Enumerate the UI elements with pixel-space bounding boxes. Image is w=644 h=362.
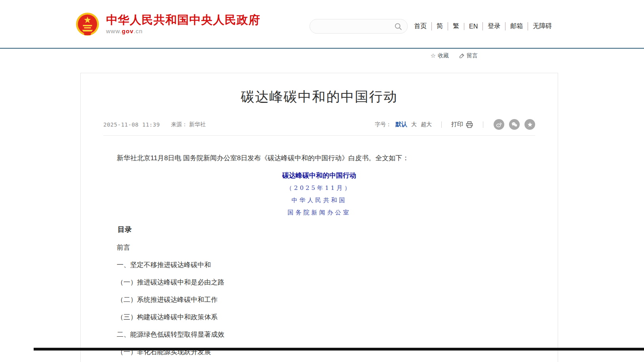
article-meta-row: 2025-11-08 11:39 来源： 新华社 字号： 默认 大 超大 打印 — [103, 119, 535, 136]
comment-button[interactable]: 留言 — [459, 52, 478, 59]
pen-icon — [459, 53, 465, 59]
toc-item-section2: 二、能源绿色低碳转型取得显著成效 — [103, 330, 535, 339]
site-header: 中华人民共和国中央人民政府 www.gov.cn 首页 简 繁 EN 登录 邮箱… — [0, 0, 644, 48]
document-issuer-line2: 国务院新闻办公室 — [103, 209, 535, 216]
favorite-button[interactable]: ☆ 收藏 — [431, 52, 449, 59]
wechat-icon — [511, 121, 518, 128]
star-icon — [527, 121, 533, 128]
toc-item-section1: 一、坚定不移推进碳达峰碳中和 — [103, 261, 535, 269]
site-brand[interactable]: 中华人民共和国中央人民政府 www.gov.cn — [75, 12, 260, 36]
page-tools: ☆ 收藏 留言 — [431, 52, 478, 59]
national-emblem-logo — [75, 12, 100, 36]
search-input[interactable] — [317, 23, 394, 30]
site-title[interactable]: 中华人民共和国中央人民政府 — [106, 14, 260, 26]
font-size-xlarge-button[interactable]: 超大 — [421, 121, 432, 128]
site-url-suffix: .cn — [134, 28, 143, 34]
font-size-default-button[interactable]: 默认 — [395, 121, 407, 128]
header-divider-line — [0, 48, 644, 49]
weibo-icon — [496, 121, 502, 128]
source: 来源： 新华社 — [171, 121, 206, 128]
print-button[interactable]: 打印 — [451, 121, 473, 129]
nav-item-mail[interactable]: 邮箱 — [505, 22, 523, 30]
nav-item-english[interactable]: EN — [464, 23, 478, 30]
top-nav: 首页 简 繁 EN 登录 邮箱 无障碍 — [414, 22, 552, 30]
brand-text: 中华人民共和国中央人民政府 www.gov.cn — [106, 14, 260, 34]
document-issuer-line1: 中华人民共和国 — [103, 197, 535, 204]
toc-item-1-2: （二）系统推进碳达峰碳中和工作 — [103, 296, 535, 304]
site-url[interactable]: www.gov.cn — [106, 28, 260, 34]
favorite-label: 收藏 — [438, 52, 449, 59]
page: 中华人民共和国中央人民政府 www.gov.cn 首页 简 繁 EN 登录 邮箱… — [0, 0, 644, 362]
search-icon[interactable] — [394, 22, 403, 31]
toc-item-1-1: （一）推进碳达峰碳中和是必由之路 — [103, 278, 535, 286]
article-title: 碳达峰碳中和的中国行动 — [103, 88, 535, 105]
source-label: 来源： — [171, 121, 188, 127]
font-size-label: 字号： — [375, 121, 391, 128]
bottom-bar — [34, 348, 644, 351]
print-label: 打印 — [451, 121, 463, 128]
meta-divider-1 — [441, 121, 442, 128]
share-weibo-button[interactable] — [494, 119, 504, 130]
document-body: 新华社北京11月8日电 国务院新闻办公室8日发布《碳达峰碳中和的中国行动》白皮书… — [103, 154, 535, 356]
star-outline-icon: ☆ — [431, 52, 436, 59]
article-meta-left: 2025-11-08 11:39 来源： 新华社 — [103, 121, 206, 128]
site-url-gov: gov — [122, 28, 134, 34]
toc-item-1-3: （三）构建碳达峰碳中和政策体系 — [103, 313, 535, 321]
intro-paragraph: 新华社北京11月8日电 国务院新闻办公室8日发布《碳达峰碳中和的中国行动》白皮书… — [103, 154, 535, 162]
share-favorite-button[interactable] — [524, 119, 535, 130]
search-box[interactable] — [310, 19, 408, 34]
document-date: （2025年11月） — [103, 185, 535, 191]
font-size-large-button[interactable]: 大 — [411, 121, 417, 128]
source-value[interactable]: 新华社 — [189, 121, 206, 127]
comment-label: 留言 — [467, 52, 478, 59]
article-meta-right: 字号： 默认 大 超大 打印 — [375, 119, 535, 130]
printer-icon — [465, 121, 473, 129]
nav-item-home[interactable]: 首页 — [414, 22, 427, 30]
toc-item-preface: 前言 — [103, 243, 535, 252]
site-url-prefix: www. — [106, 28, 122, 34]
share-wechat-button[interactable] — [509, 119, 520, 130]
publish-date: 2025-11-08 11:39 — [103, 121, 160, 128]
article-card: 碳达峰碳中和的中国行动 2025-11-08 11:39 来源： 新华社 字号：… — [80, 73, 558, 362]
toc-heading: 目录 — [103, 226, 535, 234]
document-title: 碳达峰碳中和的中国行动 — [103, 171, 535, 180]
nav-item-traditional[interactable]: 繁 — [448, 22, 459, 30]
nav-item-accessibility[interactable]: 无障碍 — [528, 22, 552, 30]
nav-item-simplified[interactable]: 简 — [431, 22, 443, 30]
meta-divider-2 — [483, 121, 483, 128]
nav-item-login[interactable]: 登录 — [483, 22, 500, 30]
